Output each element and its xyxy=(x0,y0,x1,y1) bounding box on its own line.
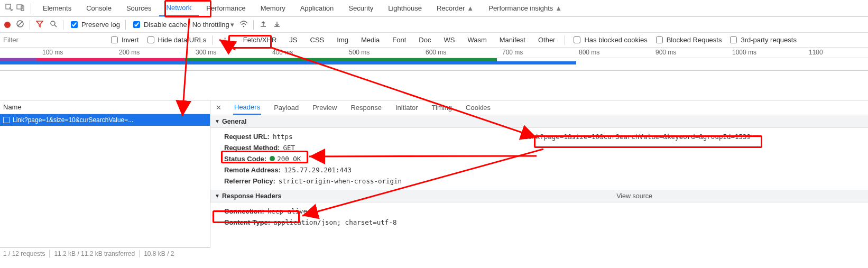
type-filter-media[interactable]: Media xyxy=(358,35,383,44)
svg-line-4 xyxy=(18,22,22,26)
status-ok-icon xyxy=(270,156,275,161)
chevron-down-icon: ▼ xyxy=(215,118,220,124)
status-resources: 10.8 kB / 2 xyxy=(144,250,174,257)
network-split-pane: Name Link?page=1&size=10&curSearchValue=… xyxy=(0,100,868,259)
tab-network[interactable]: Network xyxy=(159,0,199,16)
network-conditions-icon[interactable] xyxy=(239,20,248,29)
device-toggle-icon[interactable] xyxy=(15,3,26,13)
connection-row: Connection: keep-alive xyxy=(224,206,868,217)
tab-console[interactable]: Console xyxy=(79,0,119,16)
request-details: ✕ Headers Payload Preview Response Initi… xyxy=(210,100,868,259)
timeline-detail[interactable] xyxy=(0,71,868,100)
beta-icon: ▲ xyxy=(555,4,562,12)
type-filter-ws[interactable]: WS xyxy=(440,35,458,44)
upload-har-icon[interactable] xyxy=(259,20,267,29)
svg-point-5 xyxy=(51,21,55,25)
type-filter-wasm[interactable]: Wasm xyxy=(464,35,490,44)
view-source-link[interactable]: View source xyxy=(616,192,652,200)
ruler-tick: 600 ms xyxy=(426,49,446,56)
detail-tab-timing[interactable]: Timing xyxy=(431,100,454,115)
overview-segment xyxy=(0,61,576,64)
ruler-tick: 700 ms xyxy=(502,49,523,56)
general-section: Request URL: https:Link?page=1&size=10&c… xyxy=(210,128,868,190)
detail-tab-preview[interactable]: Preview xyxy=(311,100,338,115)
tab-lighthouse[interactable]: Lighthouse xyxy=(381,0,429,16)
type-filter-fetch-xhr[interactable]: Fetch/XHR xyxy=(240,35,280,44)
search-icon[interactable] xyxy=(49,20,58,29)
response-headers-section-header[interactable]: ▼ Response Headers View source xyxy=(210,190,868,202)
request-method-row: Request Method: GET xyxy=(224,142,868,153)
type-filter-font[interactable]: Font xyxy=(389,35,409,44)
type-filter-all[interactable]: All xyxy=(219,35,233,44)
ruler-tick: 100 ms xyxy=(42,49,63,56)
filter-icon[interactable] xyxy=(35,20,44,29)
clear-icon[interactable] xyxy=(16,20,24,29)
requests-header[interactable]: Name xyxy=(0,100,210,114)
type-filter-other[interactable]: Other xyxy=(535,35,559,44)
ruler-tick: 400 ms xyxy=(272,49,293,56)
tab-recorder[interactable]: Recorder▲ xyxy=(429,0,481,16)
request-name: Link?page=1&size=10&curSearchValue=... xyxy=(13,116,133,124)
status-bar: 1 / 12 requests 11.2 kB / 11.2 kB transf… xyxy=(0,247,210,259)
status-transferred: 11.2 kB / 11.2 kB transferred xyxy=(54,250,135,257)
ruler-tick: 500 ms xyxy=(349,49,370,56)
request-row[interactable]: Link?page=1&size=10&curSearchValue=... xyxy=(0,114,210,126)
type-filter-css[interactable]: CSS xyxy=(307,35,328,44)
general-section-header[interactable]: ▼ General xyxy=(210,115,868,128)
type-filter-js[interactable]: JS xyxy=(286,35,300,44)
tab-perf-insights[interactable]: Performance insights▲ xyxy=(481,0,569,16)
ruler-tick: 900 ms xyxy=(655,49,676,56)
detail-tab-initiator[interactable]: Initiator xyxy=(394,100,419,115)
third-party-checkbox[interactable]: 3rd-party requests xyxy=(728,35,797,45)
status-requests: 1 / 12 requests xyxy=(3,250,45,257)
request-url-row: Request URL: https:Link?page=1&size=10&c… xyxy=(224,131,868,142)
detail-tab-response[interactable]: Response xyxy=(349,100,383,115)
blocked-cookies-checkbox[interactable]: Has blocked cookies xyxy=(571,35,647,45)
tab-memory[interactable]: Memory xyxy=(253,0,293,16)
hide-data-urls-checkbox[interactable]: Hide data URLs xyxy=(145,35,207,45)
tab-security[interactable]: Security xyxy=(341,0,381,16)
svg-point-7 xyxy=(243,26,244,27)
network-toolbar: Preserve log Disable cache No throttling… xyxy=(0,17,868,33)
ruler-tick: 1000 ms xyxy=(732,49,756,56)
svg-line-6 xyxy=(54,25,57,27)
type-filter-manifest[interactable]: Manifest xyxy=(496,35,529,44)
timeline-overview[interactable] xyxy=(0,58,868,71)
ruler-tick: 800 ms xyxy=(579,49,599,56)
file-icon xyxy=(3,117,10,123)
download-har-icon[interactable] xyxy=(273,20,281,29)
type-filter-img[interactable]: Img xyxy=(334,35,352,44)
filter-input[interactable] xyxy=(2,35,103,44)
close-icon[interactable]: ✕ xyxy=(216,104,221,112)
tab-performance[interactable]: Performance xyxy=(199,0,253,16)
detail-tab-payload[interactable]: Payload xyxy=(273,100,300,115)
content-type-row: Content-Type: application/json; charset=… xyxy=(224,217,868,228)
inspect-icon[interactable] xyxy=(3,3,15,13)
main-tab-bar: Elements Console Sources Network Perform… xyxy=(0,0,868,17)
blocked-requests-checkbox[interactable]: Blocked Requests xyxy=(654,35,722,45)
tab-elements[interactable]: Elements xyxy=(35,0,79,16)
status-code-row: Status Code: 200 OK xyxy=(224,153,868,164)
requests-list: Name Link?page=1&size=10&curSearchValue=… xyxy=(0,100,210,259)
referrer-policy-row: Referrer Policy: strict-origin-when-cros… xyxy=(224,175,868,187)
detail-tab-bar: ✕ Headers Payload Preview Response Initi… xyxy=(210,100,868,115)
record-button[interactable] xyxy=(4,22,11,28)
type-filter-doc[interactable]: Doc xyxy=(415,35,434,44)
tab-application[interactable]: Application xyxy=(293,0,341,16)
chevron-down-icon: ▾ xyxy=(230,21,234,29)
ruler-tick: 1100 xyxy=(809,49,823,56)
preserve-log-checkbox[interactable]: Preserve log xyxy=(69,20,120,30)
remote-address-row: Remote Address: 125.77.29.201:443 xyxy=(224,164,868,175)
timeline-ruler[interactable]: 100 ms 200 ms 300 ms 400 ms 500 ms 600 m… xyxy=(0,48,868,58)
beta-icon: ▲ xyxy=(467,4,474,12)
throttling-select[interactable]: No throttling ▾ xyxy=(192,21,234,29)
disable-cache-checkbox[interactable]: Disable cache xyxy=(131,20,187,30)
invert-checkbox[interactable]: Invert xyxy=(109,35,139,45)
tab-sources[interactable]: Sources xyxy=(119,0,159,16)
chevron-down-icon: ▼ xyxy=(215,193,220,199)
response-headers-section: Connection: keep-alive Content-Type: app… xyxy=(210,202,868,231)
ruler-tick: 200 ms xyxy=(119,49,140,56)
detail-tab-headers[interactable]: Headers xyxy=(233,100,261,115)
filter-bar: Invert Hide data URLs All Fetch/XHR JS C… xyxy=(0,33,868,48)
detail-tab-cookies[interactable]: Cookies xyxy=(465,100,492,115)
